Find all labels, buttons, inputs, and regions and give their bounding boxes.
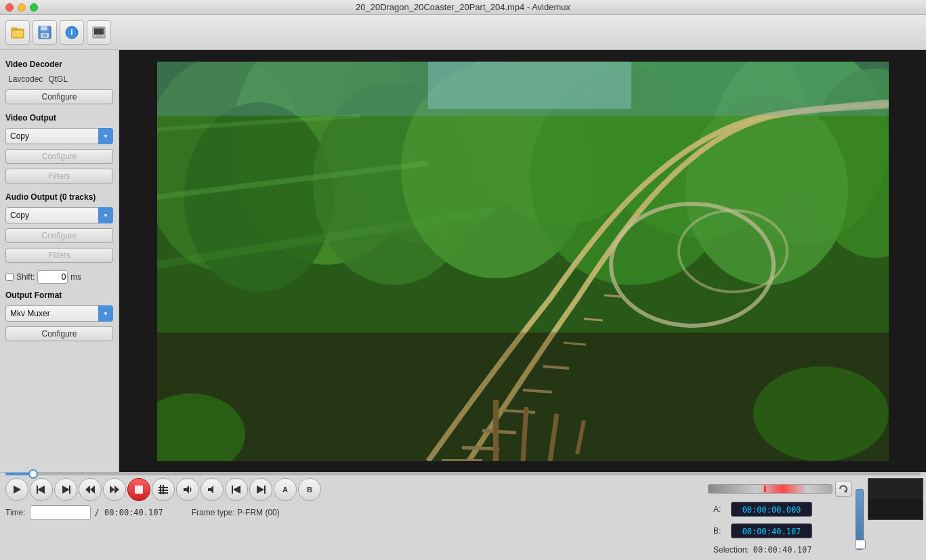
vertical-slider-thumb[interactable] <box>855 540 866 549</box>
selection-label: Selection: <box>713 545 749 555</box>
time-row: Time: 00:00:01.034 / 00:00:40.107 Frame … <box>0 504 705 521</box>
svg-rect-73 <box>868 479 923 499</box>
svg-rect-4 <box>41 26 47 30</box>
svg-line-37 <box>584 319 603 320</box>
playback-controls: A B <box>0 475 705 504</box>
svg-marker-57 <box>110 486 114 494</box>
output-format-select[interactable]: Mkv Muxer MP4 Muxer AVI Muxer <box>5 305 113 322</box>
traffic-lights <box>5 3 38 12</box>
back-button[interactable] <box>79 478 102 501</box>
svg-marker-56 <box>85 486 90 494</box>
svg-rect-64 <box>163 485 164 494</box>
svg-marker-65 <box>184 486 189 494</box>
svg-marker-53 <box>62 486 70 494</box>
selection-time: 00:00:40.107 <box>753 545 812 555</box>
skip-end-button[interactable] <box>249 478 272 501</box>
output-format-select-wrapper: Mkv Muxer MP4 Muxer AVI Muxer <box>5 305 113 322</box>
audio-output-select[interactable]: Copy MP3 AAC <box>5 207 113 223</box>
audio-output-filters-btn[interactable]: Filters <box>5 248 113 263</box>
next-frame-button[interactable] <box>54 478 77 501</box>
svg-marker-58 <box>114 486 119 494</box>
svg-rect-70 <box>264 486 266 494</box>
selection-row: Selection: 00:00:40.107 <box>708 543 851 557</box>
record-button[interactable] <box>127 478 150 501</box>
svg-marker-67 <box>233 486 240 494</box>
close-button[interactable] <box>5 3 14 12</box>
marker-a-button[interactable]: A <box>274 478 297 501</box>
marker-b-button[interactable]: B <box>298 478 321 501</box>
svg-marker-50 <box>14 486 21 494</box>
mini-preview <box>868 478 923 520</box>
save-icon <box>37 25 52 40</box>
video-frame <box>157 62 889 461</box>
svg-rect-10 <box>94 28 104 35</box>
time-input[interactable]: 00:00:01.034 <box>30 505 91 520</box>
svg-text:i: i <box>70 28 72 37</box>
svg-rect-52 <box>37 486 38 494</box>
b-marker-time: 00:00:40.107 <box>731 523 812 538</box>
forward-icon <box>110 485 119 494</box>
open-button[interactable] <box>5 20 30 45</box>
vertical-slider[interactable] <box>856 489 864 550</box>
refresh-icon <box>839 484 848 494</box>
b-marker-row: B: 00:00:40.107 <box>708 521 851 540</box>
cut-button[interactable] <box>152 478 175 501</box>
marker-a-label: A <box>282 486 288 494</box>
time-label: Time: <box>5 508 26 517</box>
prev-frame-button[interactable] <box>30 478 53 501</box>
maximize-button[interactable] <box>30 3 38 12</box>
forward-button[interactable] <box>103 478 126 501</box>
shift-checkbox[interactable] <box>5 273 14 281</box>
save-button[interactable] <box>33 20 57 45</box>
video-decoder-configure-btn[interactable]: Configure <box>5 89 113 104</box>
shift-label: Shift: <box>16 272 35 282</box>
b-marker-label: B: <box>713 526 727 536</box>
skip-start-button[interactable] <box>225 478 248 501</box>
svg-marker-69 <box>257 486 264 494</box>
open-icon <box>10 25 25 40</box>
video-content <box>157 62 889 461</box>
next-frame-icon <box>61 485 70 494</box>
volume-down-button[interactable] <box>201 478 224 501</box>
decoder-labels: Lavcodec QtGL <box>8 74 113 84</box>
shift-row: Shift: ms <box>5 270 113 284</box>
video-output-select[interactable]: Copy x264 x265 <box>5 128 113 144</box>
audio-output-configure-btn[interactable]: Configure <box>5 228 113 243</box>
svg-marker-55 <box>90 486 95 494</box>
video-output-filters-btn[interactable]: Filters <box>5 169 113 184</box>
prev-frame-icon <box>37 485 46 494</box>
video-output-configure-btn[interactable]: Configure <box>5 149 113 164</box>
bottom-right-panel: A: 00:00:00.000 B: 00:00:40.107 Selectio… <box>705 475 926 560</box>
play-button[interactable] <box>5 478 28 501</box>
video-decoder-title: Video Decoder <box>5 60 113 69</box>
timeline-thumb[interactable] <box>28 469 38 479</box>
volume-button[interactable] <box>176 478 199 501</box>
main-content: Video Decoder Lavcodec QtGL Configure Vi… <box>0 50 926 472</box>
record-icon <box>134 485 144 494</box>
a-marker-time: 00:00:00.000 <box>731 502 812 517</box>
left-panel: Video Decoder Lavcodec QtGL Configure Vi… <box>0 50 119 472</box>
output-format-configure-btn[interactable]: Configure <box>5 326 113 341</box>
shift-input[interactable] <box>37 270 68 284</box>
svg-rect-54 <box>69 486 70 494</box>
volume-icon <box>183 485 192 494</box>
refresh-button[interactable] <box>835 481 851 497</box>
output-format-title: Output Format <box>5 290 113 300</box>
timeline[interactable] <box>0 473 926 475</box>
lavcodec-label: Lavcodec <box>8 74 43 84</box>
timeline-track[interactable] <box>5 473 921 475</box>
a-marker-row: A: 00:00:00.000 <box>708 500 851 519</box>
svg-rect-1 <box>12 28 17 30</box>
svg-marker-66 <box>208 486 213 494</box>
properties-button[interactable] <box>87 20 111 45</box>
total-time: / 00:00:40.107 <box>95 508 163 517</box>
marker-b-label: B <box>307 486 312 494</box>
window-title: 20_20Dragon_20Coaster_20Part_204.mp4 - A… <box>356 2 570 12</box>
minimize-button[interactable] <box>18 3 26 12</box>
bottom-controls: A B Time: 00:00:01.034 / 00:00:40.107 Fr… <box>0 472 926 560</box>
svg-rect-49 <box>428 62 631 109</box>
properties-icon <box>91 25 106 40</box>
toolbar: i <box>0 15 926 50</box>
info-button[interactable]: i <box>60 20 84 45</box>
video-output-select-wrapper: Copy x264 x265 <box>5 128 113 144</box>
